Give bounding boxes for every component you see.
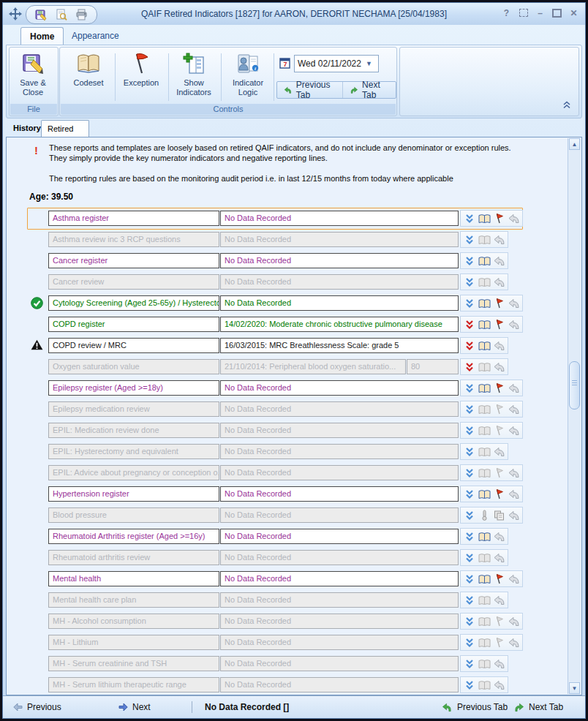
codeset-label: Codeset — [74, 78, 104, 87]
flag-red-icon[interactable] — [492, 488, 505, 500]
indicator-value: No Data Recorded — [220, 507, 459, 523]
hand-gray-icon — [492, 340, 505, 352]
chevron-blue-icon[interactable] — [463, 298, 476, 309]
book-color-icon[interactable] — [478, 298, 491, 309]
chevron-red-icon[interactable] — [463, 340, 476, 352]
indicator-value: No Data Recorded — [220, 550, 459, 565]
indicator-label: MH - Serum lithium therapeutic range — [48, 677, 219, 692]
indicator-value: No Data Recorded — [220, 677, 459, 692]
chevron-blue-icon[interactable] — [463, 382, 476, 394]
previous-tab-button[interactable]: Previous Tab — [277, 82, 342, 98]
close-icon[interactable]: ✕ — [567, 6, 581, 20]
help-icon[interactable]: ? — [500, 6, 513, 20]
indicator-logic-button[interactable]: i Indicator Logic — [225, 50, 271, 102]
hand-gray-icon — [507, 510, 520, 521]
codeset-button[interactable]: Codeset — [66, 50, 111, 102]
hand-gray-icon — [507, 637, 520, 649]
book-color-icon[interactable] — [478, 319, 491, 331]
exception-button[interactable]: Exception — [118, 50, 164, 102]
flag-red-icon[interactable] — [492, 213, 505, 224]
vertical-scrollbar[interactable]: ▲ ▼ — [568, 138, 581, 694]
book-color-icon[interactable] — [478, 488, 491, 500]
next-button[interactable]: Next — [118, 696, 151, 718]
chevron-blue-icon[interactable] — [463, 488, 476, 500]
book-color-icon[interactable] — [478, 531, 491, 543]
book-color-icon[interactable] — [478, 213, 491, 224]
previous-button[interactable]: Previous — [13, 696, 61, 718]
indicator-value-numeric: 80 — [407, 359, 459, 374]
indicator-value[interactable]: No Data Recorded — [220, 253, 459, 268]
chevron-red-icon[interactable] — [463, 319, 476, 331]
flag-gray-icon — [492, 425, 505, 437]
print-icon[interactable] — [75, 9, 88, 20]
row-action-strip — [460, 316, 523, 333]
hand-gray-icon — [492, 276, 505, 288]
age-label: Age: — [29, 192, 49, 202]
collapse-ribbon-icon[interactable] — [562, 99, 571, 112]
indicator-row: Epilepsy register (Aged >=18y)No Data Re… — [12, 380, 568, 396]
scrollbar-thumb[interactable] — [569, 361, 580, 409]
show-indicators-button[interactable]: Show Indicators — [171, 50, 216, 102]
flag-red-icon[interactable] — [492, 319, 505, 331]
chevron-blue-icon[interactable] — [463, 255, 476, 267]
next-tab-button[interactable]: Next Tab — [342, 82, 396, 98]
indicator-label: Epilepsy register (Aged >=18y) — [48, 380, 219, 396]
indicator-value[interactable]: No Data Recorded — [220, 486, 459, 502]
indicator-value[interactable]: No Data Recorded — [220, 529, 459, 544]
book-color-icon[interactable] — [478, 255, 491, 267]
row-action-strip — [460, 570, 523, 587]
scroll-down-icon[interactable]: ▼ — [569, 682, 580, 694]
print-preview-icon[interactable] — [56, 9, 67, 21]
resize-window-icon[interactable] — [516, 6, 530, 20]
indicator-value[interactable]: 14/02/2020: Moderate chronic obstructive… — [220, 317, 459, 332]
book-color-icon[interactable] — [478, 340, 491, 352]
hand-gray-icon — [507, 298, 520, 309]
book-gray-icon — [478, 234, 491, 246]
chevron-down-icon[interactable]: ▼ — [366, 60, 372, 67]
hand-gray-icon — [507, 573, 520, 585]
content-panel: ! These reports and templates are loosel… — [6, 137, 582, 695]
indicator-value[interactable]: No Data Recorded — [220, 211, 459, 226]
indicator-value[interactable]: No Data Recorded — [220, 295, 459, 311]
statusbar: Previous Next No Data Recorded [] Previo… — [3, 695, 585, 718]
indicator-logic-label-2: Logic — [238, 88, 257, 97]
indicator-value[interactable]: No Data Recorded — [220, 380, 459, 396]
tab-home[interactable]: Home — [20, 27, 64, 45]
tab-retired-indicators[interactable]: Retired Indicators — [41, 120, 89, 137]
book-gray-icon — [478, 594, 491, 606]
save-close-label-1: Save & — [20, 78, 45, 87]
notice-text: These reports and templates are loosely … — [49, 143, 524, 194]
group-label-controls: Controls — [61, 104, 396, 115]
tab-appearance[interactable]: Appearance — [63, 27, 128, 45]
indicator-label: Cytology Screening (Aged 25-65y) / Hyste… — [48, 295, 219, 311]
scroll-up-icon[interactable]: ▲ — [569, 138, 580, 150]
book-color-icon[interactable] — [478, 573, 491, 585]
maximize-icon[interactable] — [550, 6, 564, 20]
indicator-logic-icon: i — [225, 50, 271, 78]
date-picker[interactable]: Wed 02/11/2022 ▼ — [294, 55, 379, 72]
hand-gray-icon — [507, 404, 520, 415]
ribbon-group-controls: Codeset Exception Show Indicators i — [59, 47, 397, 116]
save-close-button[interactable]: Save & Close — [10, 50, 56, 102]
flag-gray-icon — [492, 467, 505, 479]
chevron-red-icon — [463, 361, 476, 373]
statusbar-next-tab-button[interactable]: Next Tab — [513, 696, 563, 718]
flag-red-icon[interactable] — [492, 573, 505, 585]
flag-red-icon[interactable] — [492, 298, 505, 309]
chevron-blue-icon — [463, 679, 476, 691]
indicator-value[interactable]: No Data Recorded — [220, 571, 459, 586]
book-color-icon[interactable] — [478, 382, 491, 394]
minimize-icon[interactable]: – — [533, 6, 547, 20]
chevron-blue-icon[interactable] — [463, 573, 476, 585]
indicator-value[interactable]: 16/03/2015: MRC Breathlessness Scale: gr… — [220, 338, 459, 353]
arrow-left-icon — [13, 703, 23, 711]
statusbar-previous-tab-button[interactable]: Previous Tab — [442, 696, 508, 718]
indicator-label: Mental health care plan — [48, 592, 219, 608]
chevron-blue-icon[interactable] — [463, 213, 476, 224]
row-action-strip — [460, 528, 508, 545]
move-window-icon[interactable] — [8, 7, 23, 21]
flag-red-icon[interactable] — [492, 382, 505, 394]
indicator-label: Epilepsy medication review — [48, 401, 219, 417]
chevron-blue-icon[interactable] — [463, 531, 476, 543]
save-icon[interactable] — [35, 9, 48, 21]
